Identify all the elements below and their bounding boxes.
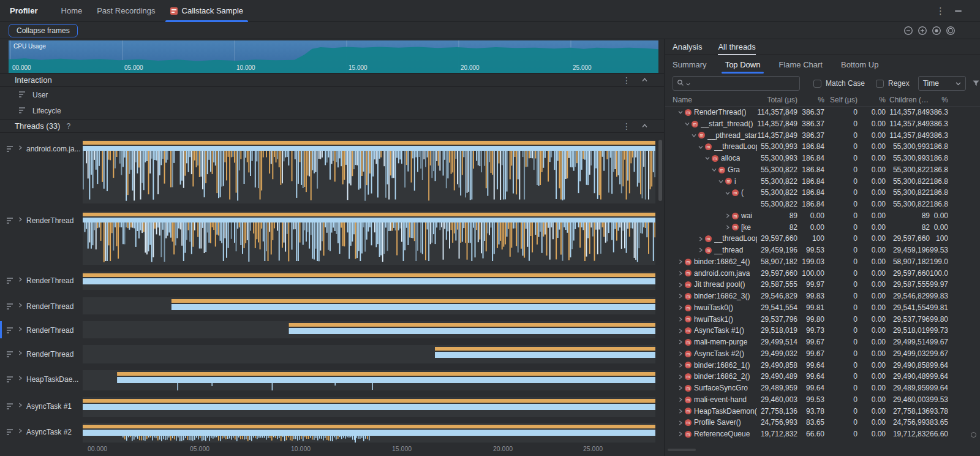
chevron-collapsed-icon[interactable] [677, 283, 684, 287]
thread-state-chart[interactable] [83, 423, 655, 443]
chevron-expanded-icon[interactable] [718, 178, 723, 184]
table-header[interactable]: Name Total (μs) % Self (μs) % Children (… [665, 93, 980, 107]
thread-track-row[interactable]: AsyncTask #1 [0, 397, 655, 417]
chevron-collapsed-icon[interactable] [677, 305, 684, 310]
table-row[interactable]: mAsyncTask #1()29,518,01999.7300.0029,51… [665, 325, 980, 336]
threads-collapse-icon[interactable] [642, 123, 647, 129]
chevron-collapsed-icon[interactable] [17, 403, 23, 408]
col-self[interactable]: Self (μs) [824, 96, 858, 104]
chevron-collapsed-icon[interactable] [677, 409, 684, 414]
chevron-collapsed-icon[interactable] [17, 303, 23, 308]
thread-state-chart[interactable] [83, 140, 655, 203]
col-children[interactable]: Children (μs) [886, 96, 930, 104]
table-row[interactable]: mRenderThread()114,357,849386.3700.00114… [665, 107, 980, 118]
thread-state-chart[interactable] [83, 211, 655, 265]
table-row[interactable]: malloca55,300,993186.8400.0055,300,99318… [665, 153, 980, 164]
tab-past-recordings[interactable]: Past Recordings [89, 0, 162, 22]
search-input[interactable] [692, 79, 796, 88]
chevron-expanded-icon[interactable] [678, 109, 683, 115]
col-self-pct[interactable]: % [858, 96, 886, 104]
chevron-collapsed-icon[interactable] [677, 386, 684, 390]
threads-scrollbar-thumb[interactable] [658, 140, 662, 201]
table-row[interactable]: mProfile Saver()24,756,99383.6500.0024,7… [665, 417, 980, 428]
table-row[interactable]: m__thread29,459,19699.5300.0029,459,1969… [665, 245, 980, 256]
thread-track-row[interactable]: RenderThread [0, 345, 655, 363]
chevron-collapsed-icon[interactable] [17, 428, 23, 433]
interaction-row-user[interactable]: User [0, 87, 665, 103]
table-row[interactable]: mbinder:16862_1()29,490,85899.6400.0029,… [665, 360, 980, 371]
tab-top-down[interactable]: Top Down [725, 55, 761, 74]
chevron-collapsed-icon[interactable] [677, 420, 684, 425]
table-row[interactable]: m(55,300,822186.8400.0055,300,822186.84 [665, 187, 980, 199]
table-row[interactable]: mmali-event-hand29,460,00399.5300.0029,4… [665, 394, 980, 406]
tab-callstack-sample[interactable]: Callstack Sample [163, 0, 251, 22]
interaction-collapse-icon[interactable] [642, 77, 647, 83]
chevron-collapsed-icon[interactable] [698, 237, 704, 241]
tab-home[interactable]: Home [54, 0, 90, 22]
chevron-collapsed-icon[interactable] [698, 248, 704, 253]
search-box[interactable] [673, 76, 800, 91]
table-row[interactable]: m__start_thread()114,357,849386.3700.001… [665, 118, 980, 130]
chevron-expanded-icon[interactable] [705, 155, 710, 161]
tab-flame-chart[interactable]: Flame Chart [778, 55, 823, 74]
col-children-pct[interactable]: % [930, 96, 948, 104]
table-row[interactable]: mJit thread pool()29,587,55599.9700.0029… [665, 279, 980, 291]
chevron-collapsed-icon[interactable] [677, 351, 684, 356]
zoom-in-icon[interactable] [918, 26, 927, 36]
table-row[interactable]: mSurfaceSyncGro29,489,95999.6400.0029,48… [665, 382, 980, 394]
thread-state-chart[interactable] [83, 297, 655, 314]
table-row[interactable]: mhwuiTask1()29,537,79699.8000.0029,537,7… [665, 314, 980, 325]
table-row[interactable]: 55,300,822186.8400.0055,300,822186.84 [665, 199, 980, 210]
hide-window-icon[interactable] [955, 10, 962, 12]
chevron-collapsed-icon[interactable] [677, 259, 684, 264]
chevron-expanded-icon[interactable] [698, 144, 703, 150]
table-row[interactable]: m__threadLoop()55,300,993186.8400.0055,3… [665, 141, 980, 153]
table-row[interactable]: mGra55,300,822186.8400.0055,300,822186.8… [665, 164, 980, 176]
table-row[interactable]: mmali-mem-purge29,499,51499.6700.0029,49… [665, 336, 980, 348]
table-row[interactable]: mAsyncTask #2()29,499,03299.6700.0029,49… [665, 348, 980, 360]
table-row[interactable]: mandroid.com.java29,597,660100.0000.0029… [665, 268, 980, 279]
chevron-collapsed-icon[interactable] [677, 397, 684, 402]
chevron-expanded-icon[interactable] [692, 132, 696, 139]
table-row[interactable]: mbinder:16862_2()29,490,48999.6400.0029,… [665, 371, 980, 382]
filter-icon[interactable] [972, 80, 980, 87]
chevron-collapsed-icon[interactable] [17, 217, 23, 222]
time-filter-dropdown[interactable]: Time [918, 76, 966, 91]
threads-kebab-icon[interactable]: ⋮ [622, 122, 631, 131]
col-name[interactable]: Name [673, 96, 757, 104]
regex-checkbox[interactable] [876, 80, 884, 88]
table-row[interactable]: mHeapTaskDaemon()27,758,13693.7800.0027,… [665, 406, 980, 417]
table-row[interactable]: mwai890.0000.00890.00 [665, 210, 980, 222]
interaction-section-header[interactable]: Interaction ⋮ [0, 73, 665, 87]
chevron-collapsed-icon[interactable] [677, 294, 684, 298]
chevron-collapsed-icon[interactable] [677, 374, 684, 379]
thread-track-row[interactable]: android.com.ja... [0, 140, 655, 203]
interaction-kebab-icon[interactable]: ⋮ [622, 76, 631, 85]
table-row[interactable]: mi55,300,822186.8400.0055,300,822186.84 [665, 176, 980, 188]
zoom-out-icon[interactable] [903, 26, 913, 36]
chevron-collapsed-icon[interactable] [677, 431, 684, 436]
threads-section-header[interactable]: Threads (33) ? ⋮ [0, 119, 665, 133]
chevron-expanded-icon[interactable] [685, 121, 690, 127]
scroll-hint-icon[interactable] [971, 432, 976, 438]
chevron-expanded-icon[interactable] [725, 190, 730, 196]
table-row[interactable]: mbinder:16862_3()29,546,82999.8300.0029,… [665, 291, 980, 302]
table-row[interactable]: m[ke820.0000.00820.00 [665, 222, 980, 234]
thread-track-row[interactable]: RenderThread [0, 321, 655, 338]
table-row[interactable]: m__pthread_start()114,357,849386.3700.00… [665, 130, 980, 142]
tab-all-threads[interactable]: All threads [718, 39, 755, 55]
chevron-collapsed-icon[interactable] [677, 363, 684, 368]
collapse-frames-button[interactable]: Collapse frames [9, 24, 78, 37]
chevron-collapsed-icon[interactable] [17, 327, 23, 332]
chevron-collapsed-icon[interactable] [17, 376, 23, 381]
analysis-label[interactable]: Analysis [673, 39, 702, 55]
chevron-collapsed-icon[interactable] [677, 329, 684, 333]
chevron-collapsed-icon[interactable] [17, 351, 23, 355]
chevron-collapsed-icon[interactable] [677, 271, 684, 276]
chevron-collapsed-icon[interactable] [17, 277, 23, 282]
col-total-pct[interactable]: % [797, 96, 824, 104]
thread-track-row[interactable]: AsyncTask #2 [0, 423, 655, 443]
chevron-expanded-icon[interactable] [712, 167, 717, 173]
table-row[interactable]: mhwuiTask0()29,541,55499.8100.0029,541,5… [665, 302, 980, 314]
chevron-collapsed-icon[interactable] [677, 317, 684, 322]
